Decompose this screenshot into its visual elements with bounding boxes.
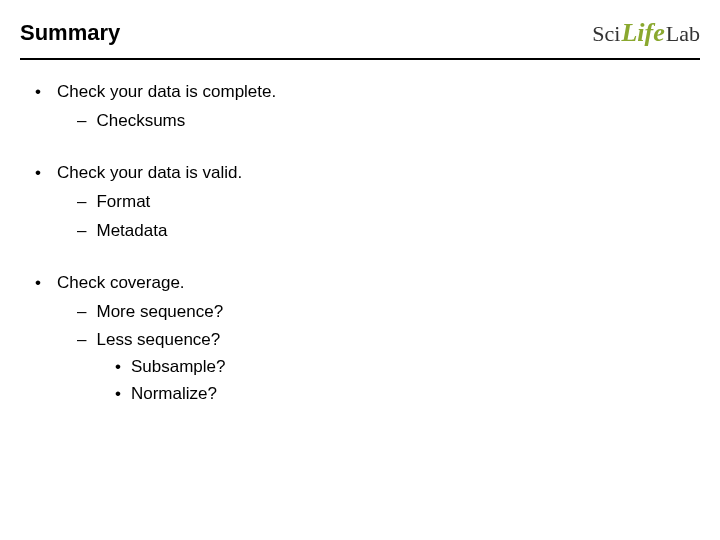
bullet-icon: • xyxy=(115,382,121,407)
dash-icon: – xyxy=(77,219,86,244)
list-item: – Less sequence? • Subsample? • Normaliz… xyxy=(77,328,700,406)
dash-icon: – xyxy=(77,328,86,353)
bullet-text: Subsample? xyxy=(131,355,226,380)
bullet-text: Format xyxy=(96,190,150,215)
bullet-text: Check your data is complete. xyxy=(57,80,276,105)
scilifelab-logo: Sci Life Lab xyxy=(592,18,700,48)
slide-content: • Check your data is complete. – Checksu… xyxy=(0,60,720,406)
bullet-icon: • xyxy=(35,161,43,186)
list-item: • Check coverage. – More sequence? – Les… xyxy=(35,271,700,406)
bullet-text: Metadata xyxy=(96,219,167,244)
list-item: • Normalize? xyxy=(115,382,700,407)
logo-part-lab: Lab xyxy=(666,21,700,47)
list-item: • Check your data is valid. – Format – M… xyxy=(35,161,700,243)
page-title: Summary xyxy=(20,20,120,46)
logo-part-sci: Sci xyxy=(592,21,620,47)
list-item: • Subsample? xyxy=(115,355,700,380)
bullet-icon: • xyxy=(115,355,121,380)
logo-part-life: Life xyxy=(621,18,664,48)
bullet-text: Check coverage. xyxy=(57,271,185,296)
dash-icon: – xyxy=(77,300,86,325)
list-item: • Check your data is complete. – Checksu… xyxy=(35,80,700,133)
list-item: – Checksums xyxy=(77,109,700,134)
bullet-icon: • xyxy=(35,80,43,105)
list-item: – Metadata xyxy=(77,219,700,244)
bullet-text: More sequence? xyxy=(96,300,223,325)
list-item: – Format xyxy=(77,190,700,215)
bullet-text: Less sequence? xyxy=(96,328,220,353)
bullet-text: Check your data is valid. xyxy=(57,161,242,186)
list-item: – More sequence? xyxy=(77,300,700,325)
dash-icon: – xyxy=(77,190,86,215)
bullet-text: Checksums xyxy=(96,109,185,134)
dash-icon: – xyxy=(77,109,86,134)
bullet-icon: • xyxy=(35,271,43,296)
bullet-text: Normalize? xyxy=(131,382,217,407)
slide-header: Summary Sci Life Lab xyxy=(0,0,720,58)
